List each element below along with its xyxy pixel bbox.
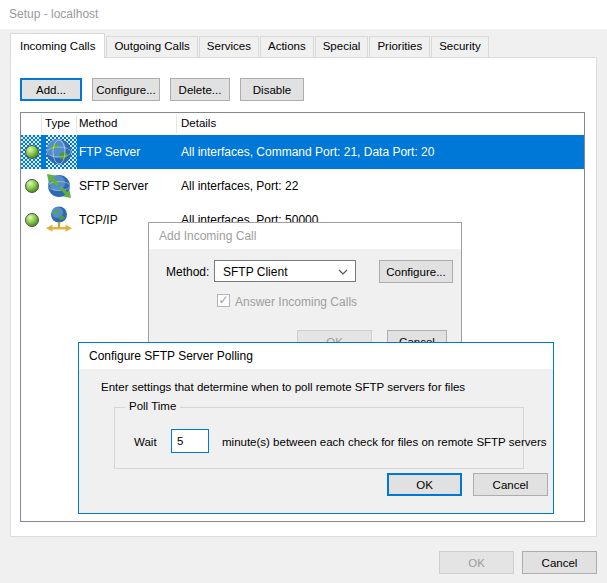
row-details: All interfaces, Command Port: 21, Data P… [181,145,434,159]
ok-button[interactable]: OK [439,551,514,574]
column-header-type[interactable]: Type [45,117,70,129]
row-method: TCP/IP [79,213,118,227]
column-separator [41,115,42,133]
answer-incoming-calls-label: Answer Incoming Calls [235,295,357,309]
wait-label: Wait [134,436,157,448]
tab-security[interactable]: Security [431,36,489,57]
dialog-title: Configure SFTP Server Polling [89,349,253,363]
globe-sync-icon [45,172,73,200]
status-green-icon [25,213,39,227]
list-row-ftp-server[interactable]: FTP Server All interfaces, Command Port:… [21,135,584,169]
method-dropdown[interactable]: SFTP Client [214,260,356,282]
add-incoming-call-dialog: Add Incoming Call Method: SFTP Client Co… [148,222,462,362]
status-green-icon [25,179,39,193]
chevron-down-icon [338,269,348,275]
answer-incoming-calls-checkbox[interactable]: ✓ [217,294,230,307]
wait-suffix-label: minute(s) between each check for files o… [222,436,546,448]
column-separator [76,115,77,133]
column-header-details[interactable]: Details [181,117,216,129]
method-dropdown-value: SFTP Client [223,265,287,279]
cancel-button[interactable]: Cancel [473,473,548,496]
method-label: Method: [166,265,209,279]
dialog-titlebar: Configure SFTP Server Polling [79,343,553,369]
tab-actions[interactable]: Actions [260,36,314,57]
checkmark-icon: ✓ [218,293,228,307]
disable-button[interactable]: Disable [240,78,304,101]
titlebar: Setup - localhost [0,0,607,29]
tab-strip: Incoming Calls Outgoing Calls Services A… [10,33,490,57]
add-button[interactable]: Add... [20,78,82,101]
cancel-button[interactable]: Cancel [522,551,597,574]
window-title: Setup - localhost [9,7,98,21]
column-separator [176,115,177,133]
configure-sftp-polling-dialog: Configure SFTP Server Polling Enter sett… [78,342,554,514]
dialog-description: Enter settings that determine when to po… [101,381,465,393]
wait-minutes-input[interactable] [171,429,209,453]
globe-icon [45,138,73,166]
list-header: Type Method Details [21,113,584,136]
tab-outgoing-calls[interactable]: Outgoing Calls [106,36,197,57]
globe-network-icon [45,206,73,234]
row-method: FTP Server [79,145,140,159]
setup-window: Setup - localhost Incoming Calls Outgoin… [0,0,607,583]
ok-button[interactable]: OK [387,473,462,496]
dialog-titlebar: Add Incoming Call [149,223,461,249]
row-method: SFTP Server [79,179,148,193]
poll-time-legend: Poll Time [125,400,180,412]
status-green-icon [25,145,39,159]
list-row-sftp-server[interactable]: SFTP Server All interfaces, Port: 22 [21,169,584,203]
column-header-method[interactable]: Method [79,117,117,129]
configure-button[interactable]: Configure... [92,78,160,101]
tab-services[interactable]: Services [199,36,259,57]
delete-button[interactable]: Delete... [170,78,230,101]
dialog-title: Add Incoming Call [159,229,256,243]
tab-incoming-calls[interactable]: Incoming Calls [10,33,105,58]
tab-priorities[interactable]: Priorities [369,36,430,57]
row-details: All interfaces, Port: 22 [181,179,298,193]
method-configure-button[interactable]: Configure... [379,260,453,283]
tab-special[interactable]: Special [315,36,369,57]
